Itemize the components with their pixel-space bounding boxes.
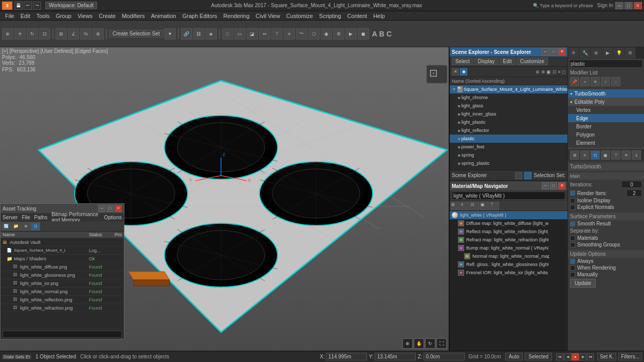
se-footer-btn2[interactable] [524, 172, 531, 179]
cp-tab-modify[interactable]: 🔧 [579, 47, 591, 59]
z-value[interactable]: 0.0cm [424, 353, 465, 360]
maximize-btn[interactable]: □ [624, 2, 633, 9]
tb-rotate[interactable]: ↻ [27, 28, 38, 40]
set-k-btn[interactable]: Set K. [597, 353, 616, 360]
tb-schematic[interactable]: ⬡ [308, 28, 320, 40]
sub-element[interactable]: Element [568, 139, 644, 147]
tb-select-obj[interactable]: □ [222, 28, 233, 40]
menu-tools[interactable]: Tools [33, 11, 53, 20]
menu-file[interactable]: File [2, 11, 17, 20]
at-menu-options[interactable]: Options [104, 215, 122, 220]
at-tb-btn4[interactable]: ⊡ [31, 222, 40, 231]
isoline-check[interactable] [570, 198, 575, 203]
cp-tab-create[interactable]: ✛ [568, 47, 579, 59]
tb-link[interactable]: 🔗 [181, 28, 192, 40]
at-row-gloss[interactable]: 🖼 light_white_glossiness.png Found [1, 271, 124, 279]
selected-mode[interactable]: Selected [525, 353, 552, 360]
tb-snap-toggle[interactable]: ⊞ [56, 28, 67, 40]
menu-edit[interactable]: Edit [17, 11, 33, 20]
mod-tb-up[interactable]: ↑ [601, 77, 610, 86]
at-tb-btn1[interactable]: 🔄 [2, 222, 11, 231]
tb-curve-editor[interactable]: 〜 [296, 28, 307, 40]
smooth-result-check[interactable] [570, 221, 575, 226]
se-select[interactable]: Select [452, 58, 473, 65]
tb-create-selection[interactable]: Create Selection Set [109, 30, 163, 37]
menu-animation[interactable]: Animation [148, 11, 179, 20]
when-rendering-check[interactable] [570, 265, 575, 271]
always-check[interactable] [570, 259, 575, 264]
menu-graph-editors[interactable]: Graph Editors [179, 11, 220, 20]
mn-item-bump[interactable]: M Bump map: light_white_normal ( VRayNor… [450, 244, 567, 252]
at-tb-btn3[interactable]: ⊕ [21, 222, 30, 231]
tree-item-reflector[interactable]: ■ light_reflector [450, 126, 567, 135]
tree-item-power-feet[interactable]: ■ power_feet [450, 143, 567, 151]
mn-tb-btn2[interactable]: ≡ [461, 202, 470, 210]
at-restore[interactable]: □ [106, 205, 114, 212]
sub-vertex[interactable]: Vertex [568, 106, 644, 114]
vp-orbit[interactable]: ↻ [425, 338, 435, 349]
at-menu-server[interactable]: Server [3, 215, 17, 220]
explicit-check[interactable] [570, 205, 575, 210]
bp-btn2[interactable]: ◀ [564, 353, 571, 360]
render-iters-check[interactable] [570, 190, 575, 196]
update-button[interactable]: Update [570, 279, 596, 288]
tree-root-item[interactable]: ▼ 👁 Square_Surface_Mount_4_Light_Luminai… [450, 85, 567, 93]
iterations-input[interactable] [621, 181, 642, 188]
mn-item-gloss[interactable]: M Refl. gloss.: light_white_glossiness (… [450, 260, 567, 269]
mod-tb-add[interactable]: + [580, 77, 590, 86]
tree-item-inner-glass[interactable]: ■ light_inner_glass [450, 110, 567, 118]
mod-param-btn1[interactable]: ⊞ [570, 150, 579, 160]
bp-btn4[interactable]: ⏭ [587, 353, 594, 360]
tree-item-spring[interactable]: ■ spring [450, 151, 567, 159]
mn-item-diffuse[interactable]: M Diffuse map: light_white_diffuse (ligh… [450, 219, 567, 227]
sign-in[interactable]: Sign In [597, 3, 613, 8]
mod-tb-down[interactable]: ↓ [611, 77, 620, 86]
se-customize[interactable]: Customize [517, 58, 548, 65]
menu-civil-view[interactable]: Civil View [252, 11, 283, 20]
tb-named-sel[interactable]: ▼ [164, 28, 176, 40]
cp-search-input[interactable] [569, 60, 643, 68]
mn-tb-btn1[interactable]: ⊞ [451, 202, 460, 210]
tb-scale[interactable]: ⊡ [39, 28, 50, 40]
menu-customize[interactable]: Customize [283, 11, 316, 20]
at-row-diffuse[interactable]: 🖼 light_white_diffuse.png Found [1, 263, 124, 271]
mod-param-btn7[interactable]: ⇓ [632, 150, 641, 160]
tb-percent-snap[interactable]: % [80, 28, 91, 40]
scene-tree[interactable]: ▼ 👁 Square_Surface_Mount_4_Light_Luminai… [450, 85, 567, 170]
at-close[interactable]: ✕ [115, 205, 122, 212]
menu-views[interactable]: Views [75, 11, 96, 20]
tree-item-chrome[interactable]: ■ light_chrome [450, 93, 567, 102]
cp-tab-motion[interactable]: ▶ [602, 47, 613, 59]
se-minimize[interactable]: ─ [542, 48, 549, 55]
workspace-dropdown[interactable]: Workspace: Default [45, 2, 97, 9]
mn-item-root[interactable]: light_white ( VRayMtl ) [450, 211, 567, 219]
modifier-turbosm[interactable]: ● TurboSmooth [568, 89, 644, 98]
menu-rendering[interactable]: Rendering [220, 11, 253, 20]
materials-check[interactable] [570, 236, 575, 241]
at-row-maps[interactable]: 📁 Maps / Shaders Ok [1, 255, 124, 263]
menu-help[interactable]: Help [370, 11, 388, 20]
mn-search-input[interactable] [452, 192, 565, 200]
tb-unlink[interactable]: ⛓ [193, 28, 205, 40]
filters-btn[interactable]: Filters... [618, 353, 642, 360]
mn-tree[interactable]: light_white ( VRayMtl ) M Diffuse map: l… [450, 211, 567, 352]
tb-mirror[interactable]: ⇔ [259, 28, 270, 40]
cp-tab-display[interactable]: 💡 [613, 47, 624, 59]
tree-item-plasticmain[interactable]: ■ plastic [450, 135, 567, 143]
mod-param-btn5[interactable]: ⊤ [611, 150, 620, 160]
tb-material[interactable]: ◉ [321, 28, 332, 40]
vp-zoom[interactable]: ⊕ [402, 338, 413, 349]
smoothing-groups-check[interactable] [570, 242, 575, 247]
at-menu-paths[interactable]: Paths [34, 215, 48, 220]
cp-tab-utilities[interactable]: ⚙ [624, 47, 636, 59]
tree-item-spring-plastic[interactable]: ■ spring_plastic [450, 159, 567, 167]
sub-border[interactable]: Border [568, 122, 644, 130]
tb-render-setup[interactable]: ⚙ [333, 28, 344, 40]
y-value[interactable]: 13.145m [375, 353, 416, 360]
mn-maximize[interactable]: □ [550, 182, 557, 189]
menu-group[interactable]: Group [52, 11, 75, 20]
cp-tab-hierarchy[interactable]: ⊕ [591, 47, 602, 59]
mn-tb-btn4[interactable]: ▣ [480, 202, 489, 210]
tree-item-plastic[interactable]: ■ light_plastic [450, 118, 567, 126]
menu-content[interactable]: Content [344, 11, 371, 20]
